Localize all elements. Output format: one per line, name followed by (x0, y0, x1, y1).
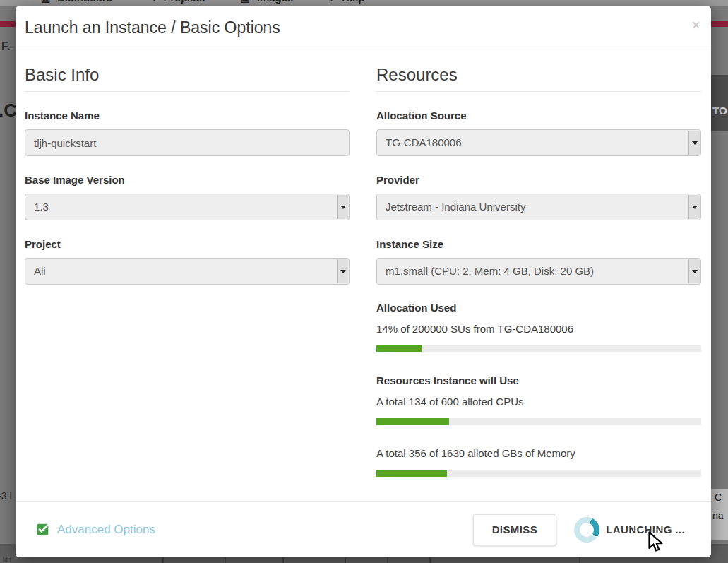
base-image-version-select[interactable]: 1.3 (25, 194, 350, 220)
dismiss-button[interactable]: DISMISS (473, 514, 556, 545)
background-text-fragment: na (712, 510, 724, 521)
nav-item-help: ? Help (328, 0, 364, 5)
memory-usage-progressbar (376, 470, 701, 477)
background-text-fragment: .C (0, 100, 17, 122)
progress-fill (376, 418, 449, 425)
background-text-fragment: C (715, 492, 722, 503)
background-text-fragment: -3 I (0, 490, 12, 502)
background-button-fragment: TO (711, 75, 728, 131)
table-divider (387, 557, 388, 563)
progress-fill (376, 470, 447, 477)
project-label: Project (25, 238, 350, 250)
launching-button[interactable]: LAUNCHING ... (574, 517, 685, 543)
chevron-down-icon (688, 259, 700, 283)
instance-size-label: Instance Size (376, 238, 701, 250)
chevron-down-icon (337, 195, 348, 219)
progress-fill (376, 345, 422, 352)
base-image-version-label: Base Image Version (25, 174, 350, 186)
modal-footer: Advanced Options DISMISS LAUNCHING ... (16, 501, 711, 557)
resources-section: Resources Allocation Source TG-CDA180006… (376, 57, 701, 477)
resources-instance-heading: Resources Instance will Use (376, 374, 701, 386)
memory-usage-text: A total 356 of 1639 alloted GBs of Memor… (376, 447, 701, 459)
modal-title: Launch an Instance / Basic Options (25, 6, 280, 49)
help-icon: ? (328, 0, 335, 5)
select-value: m1.small (CPU: 2, Mem: 4 GB, Disk: 20 GB… (386, 259, 594, 284)
check-box-icon (35, 522, 50, 537)
provider-select[interactable]: Jetstream - Indiana University (376, 194, 701, 220)
project-select[interactable]: Ali (25, 258, 350, 285)
chevron-down-icon (337, 259, 348, 283)
projects-icon: ✎ (148, 0, 157, 5)
table-divider (282, 557, 284, 563)
modal-header: Launch an Instance / Basic Options × (16, 6, 711, 49)
close-icon[interactable]: × (691, 18, 700, 33)
instance-name-input[interactable] (25, 129, 350, 156)
table-divider (579, 557, 580, 563)
nav-item-projects: ✎ Projects (148, 0, 205, 5)
allocation-used-progressbar (376, 345, 701, 352)
chevron-down-icon (688, 195, 700, 219)
spinner-hole (580, 523, 594, 537)
screen: ▥ Dashboard ✎ Projects ▣ Images ? Help F… (0, 0, 728, 563)
chevron-down-icon (688, 131, 700, 155)
cpu-usage-text: A total 134 of 600 alloted CPUs (376, 396, 701, 408)
allocation-used-text: 14% of 200000 SUs from TG-CDA180006 (376, 323, 701, 335)
instance-size-select[interactable]: m1.small (CPU: 2, Mem: 4 GB, Disk: 20 GB… (376, 258, 701, 285)
nav-item-images: ▣ Images (241, 0, 294, 5)
section-heading-resources: Resources (376, 65, 701, 92)
table-divider (429, 557, 431, 563)
background-text-fragment: ld f (3, 556, 11, 563)
instance-name-label: Instance Name (25, 109, 350, 122)
select-value: TG-CDA180006 (386, 130, 462, 155)
provider-label: Provider (376, 174, 701, 186)
allocation-used-heading: Allocation Used (376, 302, 701, 314)
launch-instance-modal: Launch an Instance / Basic Options × Bas… (16, 6, 711, 557)
select-value: 1.3 (34, 194, 49, 220)
nav-label: Images (257, 0, 294, 5)
advanced-options-label: Advanced Options (57, 523, 155, 537)
nav-label: Help (342, 0, 365, 5)
section-heading-basic-info: Basic Info (25, 65, 350, 92)
loading-spinner-icon (574, 517, 599, 543)
background-text-fragment: F. (1, 40, 10, 53)
basic-info-section: Basic Info Instance Name Base Image Vers… (25, 57, 350, 477)
launching-label: LAUNCHING ... (606, 523, 685, 535)
images-icon: ▣ (241, 0, 250, 5)
dashboard-icon: ▥ (41, 0, 50, 5)
nav-label: Projects (163, 0, 205, 5)
modal-body: Basic Info Instance Name Base Image Vers… (16, 49, 711, 477)
background-card-fragment: C na (711, 489, 728, 540)
select-value: Jetstream - Indiana University (386, 194, 525, 220)
cpu-usage-progressbar (376, 418, 701, 425)
allocation-source-select[interactable]: TG-CDA180006 (376, 129, 701, 156)
nav-item-dashboard: ▥ Dashboard (41, 0, 113, 5)
advanced-options-link[interactable]: Advanced Options (35, 522, 155, 537)
select-value: Ali (34, 259, 46, 284)
allocation-source-label: Allocation Source (376, 109, 701, 122)
table-divider (162, 557, 164, 563)
table-divider (225, 557, 226, 563)
nav-label: Dashboard (57, 0, 112, 5)
mouse-cursor (648, 531, 664, 553)
table-divider (345, 557, 346, 563)
background-text-fragment: TO (712, 105, 727, 117)
